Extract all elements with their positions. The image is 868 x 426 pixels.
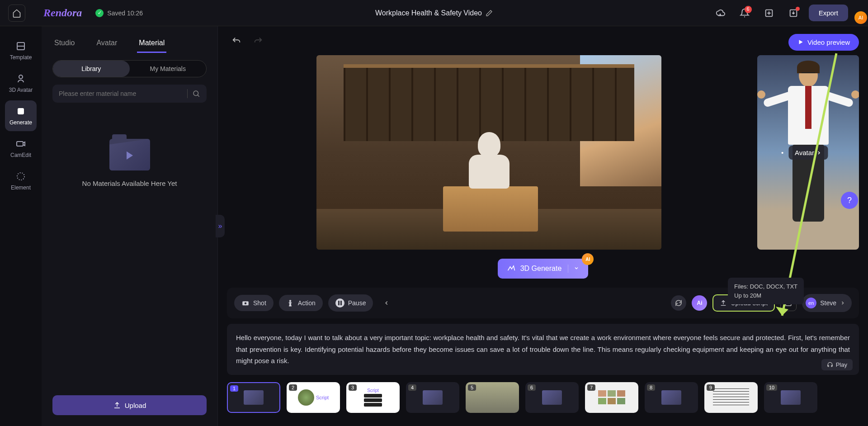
play-icon — [797, 39, 804, 45]
thumb-5[interactable]: 5 — [466, 382, 519, 413]
tab-material[interactable]: Material — [137, 34, 166, 53]
notification-badge: 6 — [745, 6, 752, 13]
tab-avatar[interactable]: Avatar — [94, 34, 119, 53]
upload-tooltip: Files: DOC, DOCX, TXT Up to 20M — [728, 278, 804, 304]
search-box[interactable] — [52, 85, 207, 103]
project-title[interactable]: Workplace Health & Safety Video — [375, 9, 493, 17]
nav-generate[interactable]: AI Generate — [5, 100, 37, 131]
pause-button[interactable]: Pause — [328, 294, 373, 312]
person-icon — [286, 299, 294, 307]
edit-icon[interactable] — [486, 9, 493, 17]
thumb-7[interactable]: 7 — [585, 382, 638, 413]
avatar-panel: Avatar — [757, 55, 859, 250]
svg-point-3 — [19, 75, 23, 79]
video-preview-button[interactable]: Video preview — [788, 34, 859, 51]
thumb-8[interactable]: 8 — [645, 382, 698, 413]
prev-button[interactable] — [378, 295, 395, 311]
main-canvas[interactable] — [227, 55, 751, 250]
side-panel: Studio Avatar Material Library My Materi… — [42, 26, 218, 426]
thumb-4[interactable]: 4 — [406, 382, 459, 413]
script-editor[interactable]: Hello everyone, today I want to talk abo… — [227, 324, 859, 375]
play-script-button[interactable]: Play — [821, 359, 853, 370]
avatar-select-button[interactable]: Avatar — [788, 146, 828, 160]
thumb-2[interactable]: 2 Script — [287, 382, 340, 413]
download-button[interactable] — [784, 4, 802, 22]
generate-dropdown[interactable] — [568, 265, 579, 273]
upload-button[interactable]: Upload — [52, 395, 207, 415]
cloud-sync-button[interactable] — [711, 4, 729, 22]
left-nav: Template 3D Avatar AI Generate CamEdit E… — [0, 26, 42, 426]
svg-point-11 — [289, 300, 292, 302]
check-icon: ✓ — [95, 9, 104, 17]
thumb-3[interactable]: 3 Script — [346, 382, 400, 413]
logo: Rendora — [43, 7, 82, 19]
empty-state: No Materials Available Here Yet — [42, 103, 217, 395]
search-icon[interactable] — [192, 90, 200, 98]
chevron-right-icon — [840, 300, 845, 306]
saved-label: Saved 10:26 — [107, 9, 143, 17]
ai-assist-button[interactable]: Ai — [692, 295, 707, 311]
svg-point-7 — [17, 173, 24, 180]
svg-point-10 — [245, 303, 247, 305]
headphones-icon — [827, 361, 833, 368]
empty-text: No Materials Available Here Yet — [82, 180, 177, 187]
subtab-my-materials[interactable]: My Materials — [130, 61, 207, 77]
upload-icon — [720, 299, 727, 307]
user-avatar[interactable]: AI — [854, 11, 867, 24]
export-button[interactable]: Export — [809, 5, 848, 21]
redo-button[interactable] — [253, 36, 263, 48]
camera-icon — [241, 299, 250, 307]
voice-selector[interactable]: en Steve — [802, 294, 852, 312]
share-button[interactable] — [760, 4, 778, 22]
subtab-library[interactable]: Library — [53, 61, 130, 77]
scene-thumbnails: 1 2 Script 3 Script 4 5 6 7 — [227, 382, 859, 413]
svg-text:AI: AI — [19, 109, 23, 114]
script-text[interactable]: Hello everyone, today I want to talk abo… — [236, 332, 850, 367]
help-button[interactable]: ? — [841, 192, 858, 209]
home-button[interactable] — [8, 5, 25, 22]
3d-generate-button[interactable]: 3D Generate AI — [498, 259, 589, 279]
svg-rect-6 — [17, 142, 23, 146]
chevron-right-icon — [816, 150, 821, 156]
thumb-9[interactable]: 9 — [704, 382, 758, 413]
nav-template[interactable]: Template — [5, 35, 37, 66]
pause-icon — [335, 298, 344, 308]
nav-3d-avatar[interactable]: 3D Avatar — [5, 68, 37, 99]
ai-badge-icon: AI — [582, 253, 594, 265]
svg-point-8 — [193, 91, 198, 96]
undo-button[interactable] — [231, 36, 241, 48]
nav-element[interactable]: Element — [5, 166, 37, 196]
tab-studio[interactable]: Studio — [52, 34, 76, 53]
folder-icon — [109, 139, 150, 170]
nav-camedit[interactable]: CamEdit — [5, 133, 37, 164]
scene-preview[interactable] — [316, 55, 661, 250]
action-button[interactable]: Action — [279, 295, 323, 311]
download-badge — [796, 7, 800, 11]
thumb-6[interactable]: 6 — [525, 382, 579, 413]
topbar: Rendora ✓ Saved 10:26 Workplace Health &… — [0, 0, 868, 26]
thumb-1[interactable]: 1 — [227, 382, 280, 413]
refresh-button[interactable] — [671, 295, 686, 311]
notifications-button[interactable]: 6 — [736, 4, 754, 22]
canvas-area: Video preview — [218, 26, 868, 426]
upload-icon — [113, 401, 121, 409]
sparkle-icon — [507, 264, 516, 273]
search-input[interactable] — [59, 90, 183, 97]
thumb-10[interactable]: 10 — [764, 382, 817, 413]
saved-status: ✓ Saved 10:26 — [95, 9, 143, 17]
shot-button[interactable]: Shot — [234, 295, 274, 311]
